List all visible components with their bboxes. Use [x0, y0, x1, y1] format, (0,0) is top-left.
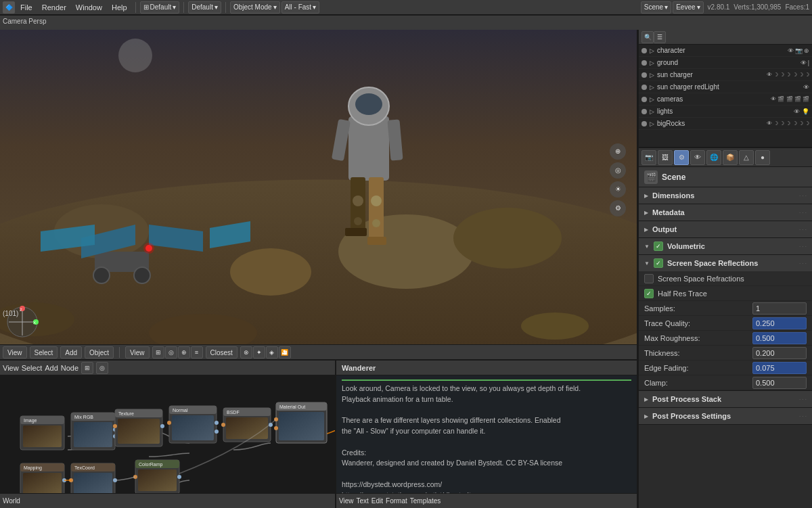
outliner-item-character[interactable]: ▷ character 👁 📷 ⊕: [639, 45, 812, 57]
thickness-field[interactable]: 0.200: [752, 347, 807, 359]
separator-3: [225, 2, 226, 13]
tool-icon-3[interactable]: ⊕: [178, 346, 190, 359]
svg-point-67: [221, 423, 225, 427]
svg-text:TexCoord: TexCoord: [74, 465, 95, 470]
node-node-btn[interactable]: Node: [61, 364, 78, 372]
prop-icon-render[interactable]: 🖼: [658, 150, 673, 165]
metadata-header[interactable]: ▶ Metadata · · ·: [639, 204, 812, 221]
object-btn[interactable]: Object: [85, 346, 114, 359]
prop-icon-view[interactable]: 👁: [690, 150, 705, 165]
outliner-item-ground[interactable]: ▷ ground 👁 |: [639, 57, 812, 69]
vis-icon-lights[interactable]: 👁 💡: [794, 108, 809, 115]
vis-icon-ground[interactable]: 👁: [800, 60, 807, 66]
edge-fading-field[interactable]: 0.075: [752, 362, 807, 374]
render-icon-character[interactable]: ⊕: [804, 47, 809, 54]
gizmo-btn-2[interactable]: ◎: [610, 162, 626, 179]
max-roughness-field[interactable]: 0.500: [752, 332, 807, 344]
text-footer-format[interactable]: Format: [386, 497, 407, 505]
tool-icon-4[interactable]: ≡: [191, 346, 203, 359]
text-footer-templates[interactable]: Templates: [410, 497, 441, 505]
scene-dropdown[interactable]: Scene ▾: [641, 1, 671, 14]
output-header[interactable]: ▶ Output · · ·: [639, 221, 812, 237]
outliner-item-redlight[interactable]: ▷ sun charger redLight 👁: [639, 81, 812, 93]
svg-point-15: [143, 243, 154, 254]
tool-icon-8[interactable]: 🎦: [279, 346, 291, 359]
node-view-btn[interactable]: View: [3, 364, 19, 372]
verts-info: Verts:1,300,985: [734, 3, 781, 11]
gizmo-btn-1[interactable]: ⊕: [610, 143, 626, 160]
trace-quality-field[interactable]: 0.250: [752, 317, 807, 329]
tool-icon-2[interactable]: ◎: [165, 346, 177, 359]
outliner-item-cameras[interactable]: ▷ cameras 👁 🎬 🎬 🎬 🎬: [639, 93, 812, 106]
prop-icon-scene[interactable]: 📷: [641, 150, 656, 165]
tool-icon-6[interactable]: ✦: [253, 346, 265, 359]
svg-point-74: [274, 426, 278, 430]
svg-rect-24: [345, 228, 367, 236]
prop-icon-mesh[interactable]: △: [739, 150, 754, 165]
svg-rect-89: [138, 469, 177, 491]
menu-help[interactable]: Help: [108, 1, 131, 14]
select-btn[interactable]: Select: [30, 346, 58, 359]
tool-icon-1[interactable]: ⊞: [152, 346, 164, 359]
engine-dropdown[interactable]: Eevee ▾: [673, 1, 703, 14]
pivot-btn[interactable]: Closest: [206, 346, 238, 359]
volumetric-checkbox[interactable]: ✓: [654, 241, 663, 251]
item-controls-bigrocks: 👁 ☽ ☽ ☽ ☽ ☽ ☽: [767, 120, 809, 126]
prop-icon-world[interactable]: 🌐: [706, 150, 721, 165]
cam-icon-ground[interactable]: |: [808, 60, 809, 66]
refractions-checkbox[interactable]: [644, 274, 654, 283]
clamp-field[interactable]: 0.500: [752, 377, 807, 389]
outliner-filter-icon[interactable]: ☰: [654, 31, 666, 43]
collection-dropdown[interactable]: All - Fast ▾: [281, 1, 319, 14]
vis-icon-redlight[interactable]: 👁: [803, 84, 809, 91]
post-process-settings-header[interactable]: ▶ Post Process Settings · · ·: [639, 408, 812, 424]
prop-icon-output[interactable]: ⚙: [674, 150, 689, 165]
ssr-header[interactable]: ▼ ✓ Screen Space Reflections · · ·: [639, 255, 812, 271]
prop-scroll[interactable]: ▶ Dimensions · · · ▶ Metadata · · ·: [639, 187, 812, 508]
dimensions-header[interactable]: ▶ Dimensions · · ·: [639, 187, 812, 204]
cam-icon-character[interactable]: 📷: [795, 47, 803, 54]
samples-field[interactable]: 1: [752, 302, 807, 315]
svg-point-2: [118, 39, 152, 72]
node-icon-2[interactable]: ◎: [96, 362, 108, 374]
outliner-item-lights[interactable]: ▷ lights 👁 💡: [639, 106, 812, 118]
gizmo-btn-4[interactable]: ⚙: [610, 200, 626, 216]
tool-icon-7[interactable]: ◈: [266, 346, 278, 359]
outliner-search-icon[interactable]: 🔍: [641, 31, 654, 43]
view-dropdown[interactable]: Default ▾: [188, 1, 221, 14]
halfres-checkbox[interactable]: ✓: [644, 289, 654, 298]
text-footer-edit[interactable]: Edit: [371, 497, 383, 505]
view-btn2[interactable]: View: [125, 346, 150, 359]
node-icon-1[interactable]: ⊞: [81, 362, 93, 374]
post-process-stack-header[interactable]: ▶ Post Process Stack · · ·: [639, 391, 812, 407]
menu-file[interactable]: File: [16, 1, 37, 14]
tool-icon-5[interactable]: ⊗: [240, 346, 252, 359]
vis-icon-cameras[interactable]: 👁 🎬 🎬 🎬 🎬: [771, 96, 809, 102]
svg-text:Texture: Texture: [118, 411, 134, 416]
prop-icon-object[interactable]: 📦: [723, 150, 738, 165]
view-btn[interactable]: View: [3, 346, 27, 359]
prop-icon-material[interactable]: ●: [755, 150, 770, 165]
vis-icons-suncharger[interactable]: 👁 ☽ ☽ ☽ ☽ ☽ ☽: [767, 72, 809, 78]
text-footer-view[interactable]: View: [339, 497, 354, 505]
outliner-item-bigrocks[interactable]: ▷ bigRocks 👁 ☽ ☽ ☽ ☽ ☽ ☽: [639, 118, 812, 130]
menu-window[interactable]: Window: [72, 1, 106, 14]
vis-icons-bigrocks[interactable]: 👁 ☽ ☽ ☽ ☽ ☽ ☽: [767, 120, 809, 126]
thickness-label: Thickness:: [644, 349, 748, 357]
layout-dropdown[interactable]: ⊞ Default ▾: [140, 1, 180, 14]
gizmo-btn-3[interactable]: ☀: [610, 181, 626, 198]
node-add-btn[interactable]: Add: [45, 364, 58, 372]
top-menu-bar: 🔷 File Render Window Help ⊞ Default ▾ De…: [0, 0, 812, 15]
node-canvas[interactable]: Image Mix RGB: [0, 375, 335, 493]
menu-render[interactable]: Render: [38, 1, 70, 14]
trace-quality-value: 0.250: [756, 319, 775, 327]
text-footer-text[interactable]: Text: [357, 497, 369, 505]
ssr-checkbox[interactable]: ✓: [654, 258, 663, 268]
add-btn[interactable]: Add: [60, 346, 82, 359]
volumetric-header[interactable]: ▼ ✓ Volumetric · · ·: [639, 238, 812, 254]
3d-viewport[interactable]: Camera Persp ⊕ ◎ ☀ ⚙ Z X (101): [0, 15, 637, 344]
outliner-item-suncharger[interactable]: ▷ sun charger 👁 ☽ ☽ ☽ ☽ ☽ ☽: [639, 69, 812, 81]
node-select-btn[interactable]: Select: [22, 364, 43, 372]
mode-dropdown[interactable]: Object Mode ▾: [230, 1, 280, 14]
vis-icon-character[interactable]: 👁: [788, 47, 794, 54]
